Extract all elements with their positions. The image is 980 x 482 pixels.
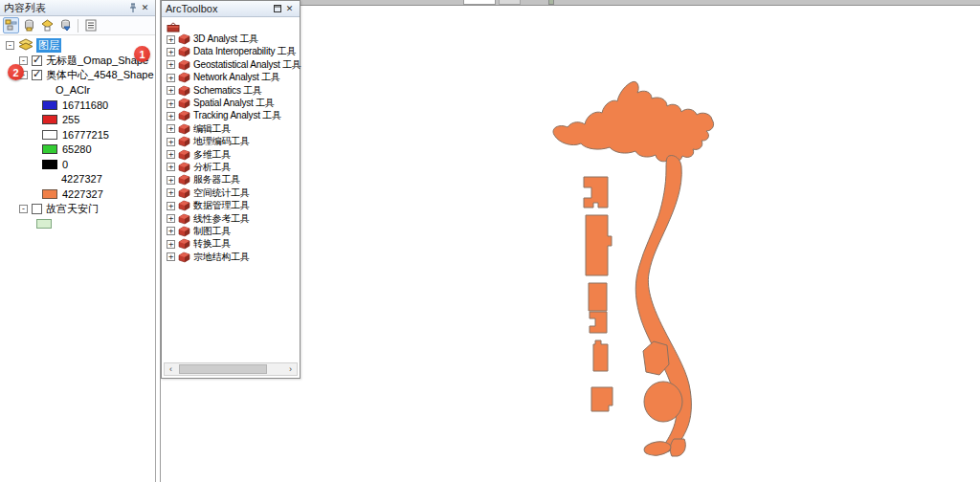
toolbox-item[interactable]: +制图工具	[162, 225, 300, 237]
toc-label[interactable]: 图层	[36, 38, 61, 53]
toolbox-item-label[interactable]: Data Interoperability 工具	[193, 45, 296, 58]
toolbox-item[interactable]: +编辑工具	[162, 122, 300, 135]
close-icon[interactable]: ✕	[283, 3, 296, 15]
legend-swatch[interactable]	[42, 189, 57, 199]
list-by-source-icon[interactable]	[21, 17, 37, 33]
toolbar-icon-fragment[interactable]	[548, 0, 554, 5]
toolbox-item-label[interactable]: 地理编码工具	[193, 135, 250, 148]
toc-row-0[interactable]: 0	[0, 157, 155, 172]
expander-icon[interactable]: +	[167, 35, 175, 44]
expander-icon[interactable]: +	[167, 86, 175, 95]
close-icon[interactable]: ✕	[139, 2, 151, 14]
toc-row-故宫天安门[interactable]: -故宫天安门	[0, 202, 155, 217]
building-square[interactable]	[591, 387, 612, 411]
expander-icon[interactable]: -	[19, 56, 28, 65]
toolbox-item-label[interactable]: 线性参考工具	[193, 212, 250, 226]
toolbox-item-label[interactable]: 转换工具	[193, 237, 231, 251]
toolbox-item[interactable]: +线性参考工具	[162, 212, 300, 225]
toolbox-item[interactable]: +Spatial Analyst 工具	[162, 97, 300, 109]
toolbox-item-label[interactable]: 编辑工具	[193, 122, 231, 136]
toolbox-item-label[interactable]: 空间统计工具	[193, 186, 250, 200]
maximize-icon[interactable]	[271, 3, 283, 15]
building-rect-notched[interactable]	[584, 177, 608, 208]
toc-label[interactable]: 4227327	[62, 188, 103, 200]
expander-icon[interactable]: +	[167, 252, 175, 261]
toolbox-item-label[interactable]: 数据管理工具	[193, 199, 250, 212]
toc-label[interactable]: O_AClr	[56, 84, 90, 96]
toolbox-item[interactable]: +Tracking Analyst 工具	[162, 110, 300, 122]
expander-icon[interactable]: +	[167, 202, 175, 210]
scroll-right-icon[interactable]: ›	[284, 363, 297, 375]
legend-swatch[interactable]	[42, 144, 57, 154]
toolbox-item-label[interactable]: 宗地结构工具	[193, 251, 250, 264]
toc-row-4227327[interactable]: 4227327	[0, 186, 155, 202]
building-rect-3[interactable]	[593, 340, 608, 371]
toc-label[interactable]: 4227327	[61, 173, 102, 185]
toolbar-button-fragment[interactable]	[499, 0, 521, 5]
building-rect-notched-2[interactable]	[590, 312, 607, 333]
expander-icon[interactable]: +	[167, 214, 175, 223]
toc-row-图层[interactable]: -图层	[0, 38, 155, 54]
layer-checkbox[interactable]	[32, 55, 42, 66]
expander-icon[interactable]: +	[167, 74, 175, 82]
toolbar-combo-fragment[interactable]	[463, 0, 496, 5]
expander-icon[interactable]: +	[167, 227, 175, 235]
toolbox-item-label[interactable]: 制图工具	[193, 225, 231, 238]
toc-label[interactable]: 255	[62, 114, 79, 125]
toc-row-O_AClr[interactable]: O_AClr	[0, 83, 155, 99]
expander-icon[interactable]: +	[167, 99, 175, 108]
toolbox-item[interactable]: +分析工具	[162, 161, 300, 173]
expander-icon[interactable]: -	[6, 41, 14, 50]
scroll-left-icon[interactable]: ‹	[165, 363, 177, 375]
toolbox-item[interactable]: +3D Analyst 工具	[162, 33, 300, 45]
toolbox-item-label[interactable]: 3D Analyst 工具	[193, 33, 258, 46]
horizontal-scrollbar[interactable]: ‹ ›	[164, 362, 298, 376]
stadium-circle[interactable]	[644, 382, 682, 422]
toc-row-4227327[interactable]: 4227327	[0, 172, 155, 187]
building-rect-2[interactable]	[589, 283, 607, 311]
toolbox-item[interactable]: +宗地结构工具	[162, 251, 300, 263]
building-column[interactable]	[586, 215, 612, 275]
legend-swatch[interactable]	[42, 160, 57, 169]
toolbox-item-label[interactable]: 多维工具	[193, 148, 231, 162]
layer-checkbox[interactable]	[32, 70, 42, 80]
toc-row-65280[interactable]: 65280	[0, 142, 155, 158]
list-by-selection-icon[interactable]	[57, 17, 74, 33]
forest-park-blob[interactable]	[553, 81, 714, 162]
list-by-visibility-icon[interactable]	[39, 17, 56, 33]
expander-icon[interactable]: +	[167, 163, 175, 171]
options-icon[interactable]	[82, 17, 99, 33]
toolbox-item[interactable]: +多维工具	[162, 148, 300, 161]
expander-icon[interactable]: +	[167, 112, 175, 120]
legend-swatch[interactable]	[36, 219, 52, 229]
list-by-drawing-order-icon[interactable]	[3, 17, 19, 33]
expander-icon[interactable]: +	[167, 176, 175, 185]
expander-icon[interactable]: +	[167, 240, 175, 249]
toc-label[interactable]: 奥体中心_4548_Shape	[46, 68, 154, 82]
pin-icon[interactable]	[126, 2, 139, 14]
legend-swatch[interactable]	[42, 115, 57, 124]
expander-icon[interactable]: +	[167, 48, 175, 56]
toc-label[interactable]: 0	[62, 159, 68, 170]
toc-label[interactable]: 65280	[62, 143, 92, 155]
toolbox-item[interactable]: +服务器工具	[162, 174, 300, 186]
toc-label[interactable]: 故宫天安门	[46, 202, 99, 216]
toolbox-item[interactable]: +空间统计工具	[162, 186, 300, 199]
toolbox-item[interactable]: +Network Analyst 工具	[162, 72, 300, 84]
pond-ellipse[interactable]	[643, 440, 671, 456]
toolbox-item-label[interactable]: Spatial Analyst 工具	[193, 97, 275, 110]
expander-icon[interactable]: -	[19, 205, 28, 213]
scroll-thumb[interactable]	[179, 364, 267, 374]
toolbox-item[interactable]: +数据管理工具	[162, 199, 300, 211]
toolbox-item-label[interactable]: Tracking Analyst 工具	[193, 109, 281, 122]
toolbox-item-label[interactable]: Network Analyst 工具	[193, 71, 280, 84]
toolbox-item-label[interactable]: Schematics 工具	[193, 84, 262, 98]
toolbox-item[interactable]: +Data Interoperability 工具	[162, 46, 300, 58]
toolbox-item[interactable]: +Schematics 工具	[162, 84, 300, 97]
toolbox-item-label[interactable]: 服务器工具	[193, 173, 240, 186]
toc-row-swatch[interactable]	[0, 216, 155, 231]
toolbox-item[interactable]: +Geostatistical Analyst 工具	[162, 58, 300, 71]
expander-icon[interactable]: +	[167, 124, 175, 133]
toc-row-无标题_Omap_Shape[interactable]: -无标题_Omap_Shape	[0, 54, 155, 69]
toc-row-16711680[interactable]: 16711680	[0, 98, 155, 113]
